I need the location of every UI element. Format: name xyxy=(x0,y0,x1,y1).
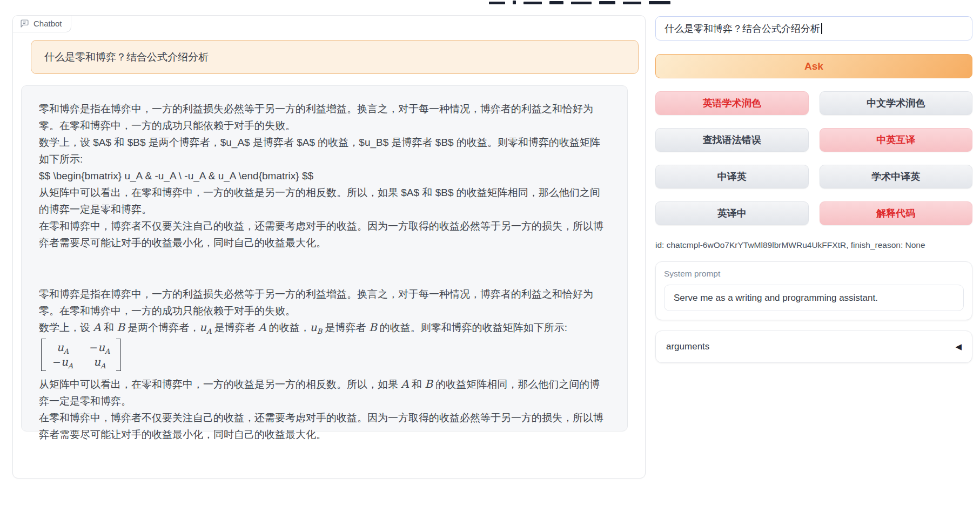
quick-action-zh-to-en[interactable]: 中译英 xyxy=(655,165,809,188)
control-column: 什么是零和博弈？结合公式介绍分析 Ask 英语学术润色 中文学术润色 查找语法错… xyxy=(655,16,972,363)
system-prompt-input[interactable]: Serve me as a writing and programming as… xyxy=(664,285,964,311)
bot-message-card: 零和博弈是指在博弈中，一方的利益损失必然等于另一方的利益增益。换言之，对于每一种… xyxy=(21,85,628,432)
bot-paragraph-with-math: 从矩阵中可以看出，在零和博弈中，一方的收益是另一方的相反数。所以，如果 A 和 … xyxy=(39,376,610,409)
bot-paragraph: 零和博弈是指在博弈中，一方的利益损失必然等于另一方的利益增益。换言之，对于每一种… xyxy=(39,100,610,134)
bot-raw-formula: $$ \begin{bmatrix} u_A & -u_A \ -u_A & u… xyxy=(39,167,610,184)
quick-action-en-to-zh[interactable]: 英译中 xyxy=(655,201,809,225)
quick-action-explain-code[interactable]: 解释代码 xyxy=(820,201,973,225)
clipped-page-title xyxy=(489,0,694,4)
question-input-value: 什么是零和博弈？结合公式介绍分析 xyxy=(664,22,820,35)
quick-action-academic-zh-to-en[interactable]: 学术中译英 xyxy=(820,165,973,188)
bot-paragraph-with-math: 数学上，设 A 和 B 是两个博弈者，uA 是博弈者 A 的收益，uB 是博弈者… xyxy=(39,319,610,336)
bot-paragraph: 数学上，设 $A$ 和 $B$ 是两个博弈者，$u_A$ 是博弈者 $A$ 的收… xyxy=(39,134,610,167)
matrix-cell: uA xyxy=(57,340,69,355)
chat-bubble-icon xyxy=(20,19,29,28)
chatbot-label-text: Chatbot xyxy=(33,19,62,28)
payoff-matrix: uA −uA −uA uA xyxy=(41,339,121,371)
bot-paragraph: 从矩阵中可以看出，在零和博弈中，一方的收益是另一方的相反数。所以，如果 $A$ … xyxy=(39,184,610,218)
matrix-cell: −uA xyxy=(52,355,73,369)
text-caret xyxy=(821,23,822,34)
system-prompt-label: System prompt xyxy=(664,269,964,279)
user-message-bubble: 什么是零和博弈？结合公式介绍分析 xyxy=(31,40,639,74)
ask-button[interactable]: Ask xyxy=(655,54,972,78)
collapsed-triangle-icon: ◀ xyxy=(955,342,962,352)
bot-rendered-markdown-block: 零和博弈是指在博弈中，一方的利益损失必然等于另一方的利益增益。换言之，对于每一种… xyxy=(39,286,610,443)
matrix-left-bracket xyxy=(41,339,46,371)
chatbot-panel: Chatbot 什么是零和博弈？结合公式介绍分析 零和博弈是指在博弈中，一方的利… xyxy=(12,15,646,478)
arguments-accordion-label: arguments xyxy=(666,341,709,352)
quick-action-grid: 英语学术润色 中文学术润色 查找语法错误 中英互译 中译英 学术中译英 英译中 … xyxy=(655,91,972,225)
bot-paragraph: 在零和博弈中，博弈者不仅要关注自己的收益，还需要考虑对手的收益。因为一方取得的收… xyxy=(39,218,610,251)
matrix-cell: uA xyxy=(93,355,105,369)
arguments-accordion[interactable]: arguments ◀ xyxy=(655,331,972,363)
response-status-line: id: chatcmpl-6wOo7KrYTwMl89lbrMWRu4UkFFX… xyxy=(655,240,972,250)
quick-action-zh-en-mutual-translate[interactable]: 中英互译 xyxy=(820,128,973,152)
quick-action-find-grammar-errors[interactable]: 查找语法错误 xyxy=(655,128,809,152)
question-input[interactable]: 什么是零和博弈？结合公式介绍分析 xyxy=(655,16,972,41)
system-prompt-card: System prompt Serve me as a writing and … xyxy=(655,261,972,320)
quick-action-chinese-polish[interactable]: 中文学术润色 xyxy=(820,91,973,115)
quick-action-english-polish[interactable]: 英语学术润色 xyxy=(655,91,809,115)
chatbot-label: Chatbot xyxy=(13,16,71,32)
bot-paragraph: 零和博弈是指在博弈中，一方的利益损失必然等于另一方的利益增益。换言之，对于每一种… xyxy=(39,286,610,319)
matrix-cell: −uA xyxy=(89,340,110,355)
user-message-text: 什么是零和博弈？结合公式介绍分析 xyxy=(44,50,209,64)
matrix-right-bracket xyxy=(116,339,121,371)
bot-paragraph: 在零和博弈中，博弈者不仅要关注自己的收益，还需要考虑对手的收益。因为一方取得的收… xyxy=(39,409,610,443)
bot-raw-markdown-block: 零和博弈是指在博弈中，一方的利益损失必然等于另一方的利益增益。换言之，对于每一种… xyxy=(39,100,610,251)
